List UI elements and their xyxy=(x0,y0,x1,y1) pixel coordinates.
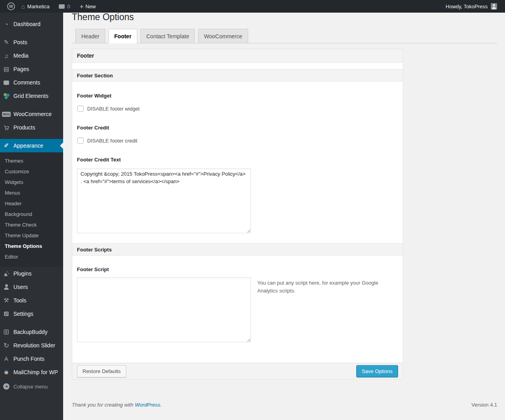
sidebar-item-pages[interactable]: ▤ Pages xyxy=(0,62,63,76)
footer-scripts-content: Footer Script You can put any script her… xyxy=(72,266,403,363)
sidebar-item-settings[interactable]: Settings xyxy=(0,307,63,321)
sidebar-item-posts[interactable]: ✎ Posts xyxy=(0,36,63,49)
plus-icon: + xyxy=(80,3,84,10)
plug-icon xyxy=(2,270,10,277)
tab-header[interactable]: Header xyxy=(75,29,105,43)
save-options-button[interactable]: Save Options xyxy=(356,365,398,377)
account-menu[interactable]: Howdy, TokoPress xyxy=(443,0,500,13)
sidebar-item-label: Products xyxy=(13,124,35,131)
submenu-item-widgets[interactable]: Widgets xyxy=(0,177,63,188)
thanks-prefix: Thank you for creating with xyxy=(72,402,133,408)
site-name: Marketica xyxy=(27,4,49,9)
collapse-menu-button[interactable]: ◀ Collapse menu xyxy=(0,380,63,393)
disable-footer-credit-checkbox[interactable] xyxy=(77,137,84,144)
tab-contact-template[interactable]: Contact Template xyxy=(140,29,195,43)
cart-icon xyxy=(2,124,10,131)
footer-script-help-text: You can put any script here, for example… xyxy=(257,278,380,342)
submenu-item-theme-options[interactable]: Theme Options xyxy=(0,241,63,251)
tab-footer[interactable]: Footer xyxy=(108,29,138,43)
settings-sliders-icon xyxy=(2,311,10,317)
appearance-submenu: Themes Customize Widgets Menus Header Ba… xyxy=(0,152,63,267)
sidebar-item-label: Dashboard xyxy=(13,21,41,27)
wordpress-link[interactable]: WordPress xyxy=(135,402,160,408)
rotate-arrows-icon: ↻ xyxy=(2,341,10,350)
comments-shortcut[interactable]: 0 xyxy=(56,0,73,13)
menu-separator xyxy=(0,321,63,325)
sidebar-item-punch-fonts[interactable]: A Punch Fonts xyxy=(0,352,63,366)
sidebar-item-label: Media xyxy=(13,52,28,59)
sidebar-item-label: Revolution Slider xyxy=(13,342,55,349)
new-content-button[interactable]: + New xyxy=(77,0,99,13)
dashboard-icon: ◔ xyxy=(2,21,10,28)
letter-a-icon: A xyxy=(2,356,10,362)
collapse-menu-label: Collapse menu xyxy=(13,384,48,390)
sidebar-item-label: Settings xyxy=(13,311,34,317)
sidebar-item-label: Punch Fonts xyxy=(13,356,45,362)
wordpress-logo-button[interactable]: W xyxy=(4,0,18,13)
new-label: New xyxy=(86,4,96,9)
sidebar-item-media[interactable]: ♫ Media xyxy=(0,49,63,62)
disable-footer-widget-checkbox[interactable] xyxy=(77,105,84,112)
site-link[interactable]: ⌂ Marketica xyxy=(18,0,52,13)
submenu-item-editor[interactable]: Editor xyxy=(0,251,63,262)
home-icon: ⌂ xyxy=(21,3,25,10)
submenu-item-header[interactable]: Header xyxy=(0,198,63,209)
sidebar-item-woocommerce[interactable]: WOO WooCommerce xyxy=(0,107,63,121)
sidebar-item-label: Posts xyxy=(13,39,27,45)
footer-widget-checkbox-row: DISABLE footer widget xyxy=(77,105,398,112)
footer-thanks-text: Thank you for creating with WordPress. xyxy=(72,402,162,408)
sidebar-item-label: Comments xyxy=(13,79,40,86)
sidebar-item-label: Plugins xyxy=(13,270,32,277)
sidebar-item-label: Tools xyxy=(13,297,26,304)
sidebar-item-products[interactable]: Products xyxy=(0,121,63,134)
sidebar-item-comments[interactable]: Comments xyxy=(0,76,63,89)
sidebar-item-dashboard[interactable]: ◔ Dashboard xyxy=(0,17,63,31)
restore-defaults-button[interactable]: Restore Defaults xyxy=(77,365,126,377)
page-footer: Thank you for creating with WordPress. V… xyxy=(72,402,497,415)
submenu-item-background[interactable]: Background xyxy=(0,209,63,219)
sidebar-item-backupbuddy[interactable]: BackupBuddy xyxy=(0,325,63,339)
comments-icon xyxy=(2,81,10,85)
woocommerce-icon: WOO xyxy=(2,112,10,117)
backup-drive-icon xyxy=(2,329,10,335)
user-icon xyxy=(2,284,10,290)
submenu-item-theme-check[interactable]: Theme Check xyxy=(0,219,63,230)
submenu-item-customize[interactable]: Customize xyxy=(0,166,63,177)
admin-bar: W ⌂ Marketica 0 + New Howdy, TokoPress xyxy=(0,0,505,13)
pages-icon: ▤ xyxy=(2,66,10,73)
submenu-item-theme-update[interactable]: Theme Update xyxy=(0,230,63,241)
footer-script-input[interactable] xyxy=(77,278,251,342)
sidebar-item-grid-elements[interactable]: Grid Elements xyxy=(0,89,63,103)
main-content: Theme Options Header Footer Contact Temp… xyxy=(63,0,505,415)
footer-credit-text-input[interactable]: Copyright &copy; 2015 TokoPress<span><a … xyxy=(77,169,251,233)
comment-bubble-icon xyxy=(59,4,65,9)
menu-separator xyxy=(0,103,63,107)
panel-spacer xyxy=(72,63,403,69)
admin-bar-right: Howdy, TokoPress xyxy=(443,0,505,13)
media-icon: ♫ xyxy=(2,52,10,59)
sidebar-item-revolution-slider[interactable]: ↻ Revolution Slider xyxy=(0,339,63,352)
tab-woocommerce[interactable]: WooCommerce xyxy=(198,29,248,43)
tools-icon: ⚒ xyxy=(2,297,10,304)
sidebar-item-label: Grid Elements xyxy=(13,93,49,99)
submenu-item-themes[interactable]: Themes xyxy=(0,156,63,166)
footer-section-content: Footer Widget DISABLE footer widget Foot… xyxy=(72,93,403,243)
admin-sidebar: ◔ Dashboard ✎ Posts ♫ Media ▤ Pages Comm… xyxy=(0,13,63,420)
sidebar-item-label: Users xyxy=(13,284,28,290)
sidebar-item-appearance[interactable]: ✐ Appearance xyxy=(0,139,63,152)
sidebar-item-users[interactable]: Users xyxy=(0,280,63,294)
sidebar-item-label: BackupBuddy xyxy=(13,329,47,335)
admin-bar-left: W ⌂ Marketica 0 + New xyxy=(0,0,99,13)
submenu-item-menus[interactable]: Menus xyxy=(0,188,63,198)
sidebar-item-plugins[interactable]: Plugins xyxy=(0,267,63,280)
grid-elements-icon xyxy=(2,93,10,99)
panel-title: Footer xyxy=(72,49,403,63)
thanks-period: . xyxy=(160,402,162,408)
sidebar-item-tools[interactable]: ⚒ Tools xyxy=(0,294,63,307)
sidebar-item-mailchimp[interactable]: MailChimp for WP xyxy=(0,366,63,379)
theme-options-panel: Footer Footer Section Footer Widget DISA… xyxy=(72,49,403,379)
sidebar-item-label: Pages xyxy=(13,66,29,72)
howdy-text: Howdy, TokoPress xyxy=(446,4,488,9)
menu-separator xyxy=(0,134,63,139)
sidebar-item-label: Appearance xyxy=(13,142,43,149)
